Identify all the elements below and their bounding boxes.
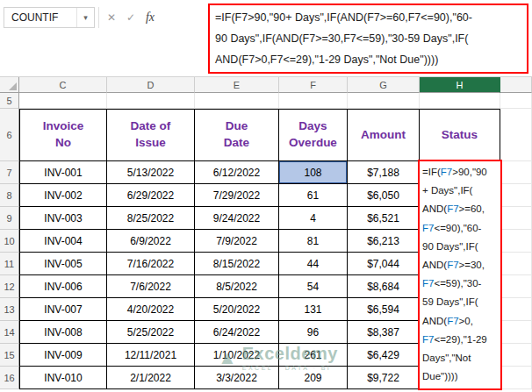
row-header-16[interactable]: 16 [0,367,19,389]
column-header-g[interactable]: G [348,77,420,93]
chevron-down-icon[interactable]: ▾ [76,8,94,27]
cell-issue-date[interactable]: 2/1/2022 [107,367,195,389]
empty-cell[interactable] [500,184,532,207]
cell-issue-date[interactable]: 7/16/2022 [107,253,195,275]
column-header-c[interactable]: C [19,77,107,93]
header-status[interactable]: Status [420,109,500,161]
cell-due-date[interactable]: 5/20/2022 [195,298,279,321]
row-header-5[interactable]: 5 [0,93,19,109]
cell-days-overdue-selected[interactable]: 108 [279,161,348,184]
cell-amount[interactable]: $6,213 [348,230,420,253]
empty-cell[interactable] [500,253,532,275]
cell-invoice[interactable]: INV-005 [19,253,107,275]
cell-amount[interactable]: $8,684 [348,275,420,298]
empty-cell[interactable] [195,93,279,109]
cell-invoice[interactable]: INV-006 [19,275,107,298]
cell-due-date[interactable]: 1/10/2022 [195,344,279,367]
empty-cell[interactable] [500,298,532,321]
cancel-icon[interactable]: ✕ [102,8,121,27]
header-days-overdue[interactable]: Days Overdue [279,109,348,161]
cell-invoice[interactable]: INV-003 [19,207,107,230]
select-all-corner[interactable] [0,77,19,93]
empty-cell[interactable] [348,93,420,109]
row-header-10[interactable]: 10 [0,230,19,253]
cell-issue-date[interactable]: 4/20/2022 [107,298,195,321]
enter-icon[interactable]: ✓ [121,8,140,27]
column-header-e[interactable]: E [195,77,279,93]
cell-due-date[interactable]: 8/15/2022 [195,253,279,275]
name-box[interactable]: COUNTIF ▾ [4,7,95,28]
row-header-8[interactable]: 8 [0,184,19,207]
header-amount[interactable]: Amount [348,109,420,161]
header-date-of-issue[interactable]: Date of Issue [107,109,195,161]
cell-issue-date[interactable]: 6/9/2022 [107,230,195,253]
cell-invoice[interactable]: INV-009 [19,344,107,367]
cell-due-date[interactable]: 6/12/2022 [195,161,279,184]
cell-days-overdue[interactable]: 61 [279,184,348,207]
empty-cell[interactable] [500,321,532,344]
row-header-6[interactable]: 6 [0,109,19,161]
cell-days-overdue[interactable]: 209 [279,367,348,389]
empty-cell[interactable] [107,93,195,109]
row-header-13[interactable]: 13 [0,298,19,321]
row-header-12[interactable]: 12 [0,275,19,298]
cell-due-date[interactable]: 7/9/2022 [195,230,279,253]
empty-cell[interactable] [279,93,348,109]
empty-cell[interactable] [19,93,107,109]
cell-amount[interactable]: $7,188 [348,161,420,184]
cell-days-overdue[interactable]: 81 [279,230,348,253]
cell-amount[interactable]: $7,044 [348,253,420,275]
cell-days-overdue[interactable]: 261 [279,344,348,367]
cell-days-overdue[interactable]: 4 [279,207,348,230]
empty-cell[interactable] [500,230,532,253]
row-header-7[interactable]: 7 [0,161,19,184]
row-header-15[interactable]: 15 [0,344,19,367]
cell-days-overdue[interactable]: 44 [279,253,348,275]
cell-due-date[interactable]: 3/3/2022 [195,367,279,389]
cell-due-date[interactable]: 9/24/2022 [195,207,279,230]
cell-days-overdue[interactable]: 131 [279,298,348,321]
empty-cell[interactable] [500,93,532,109]
empty-cell[interactable] [500,207,532,230]
empty-cell[interactable] [420,93,500,109]
cell-amount[interactable]: $9,722 [348,367,420,389]
empty-cell[interactable] [500,109,532,161]
insert-function-icon[interactable]: fx [140,8,160,27]
cell-invoice[interactable]: INV-010 [19,367,107,389]
cell-invoice[interactable]: INV-001 [19,161,107,184]
cell-invoice[interactable]: INV-004 [19,230,107,253]
row-header-14[interactable]: 14 [0,321,19,344]
cell-amount[interactable]: $6,594 [348,298,420,321]
cell-due-date[interactable]: 6/24/2022 [195,321,279,344]
cell-issue-date[interactable]: 5/25/2022 [107,321,195,344]
cell-amount[interactable]: $8,387 [348,321,420,344]
row-header-11[interactable]: 11 [0,253,19,275]
column-header-f[interactable]: F [279,77,348,93]
cell-invoice[interactable]: INV-002 [19,184,107,207]
empty-cell[interactable] [500,344,532,367]
cell-due-date[interactable]: 7/29/2022 [195,184,279,207]
cell-invoice[interactable]: INV-007 [19,298,107,321]
status-formula-overlay[interactable]: =IF(F7>90,"90 + Days",IF( AND(F7>=60, F7… [418,160,502,390]
header-invoice-no[interactable]: Invoice No [19,109,107,161]
header-due-date[interactable]: Due Date [195,109,279,161]
empty-cell[interactable] [500,161,532,184]
cell-amount[interactable]: $6,521 [348,207,420,230]
cell-amount[interactable]: $6,429 [348,344,420,367]
column-header-h[interactable]: H [420,77,500,93]
cell-days-overdue[interactable]: 96 [279,321,348,344]
cell-issue-date[interactable]: 12/11/2021 [107,344,195,367]
empty-cell[interactable] [500,367,532,389]
cell-issue-date[interactable]: 5/13/2022 [107,161,195,184]
row-header-9[interactable]: 9 [0,207,19,230]
cell-invoice[interactable]: INV-008 [19,321,107,344]
cell-issue-date[interactable]: 8/25/2022 [107,207,195,230]
empty-cell[interactable] [500,275,532,298]
cell-issue-date[interactable]: 7/6/2022 [107,275,195,298]
cell-amount[interactable]: $6,050 [348,184,420,207]
formula-bar[interactable]: =IF(F7>90,"90+ Days",IF(AND(F7>=60,F7<=9… [208,4,528,74]
cell-days-overdue[interactable]: 54 [279,275,348,298]
cell-due-date[interactable]: 8/5/2022 [195,275,279,298]
column-header-d[interactable]: D [107,77,195,93]
cell-issue-date[interactable]: 6/29/2022 [107,184,195,207]
